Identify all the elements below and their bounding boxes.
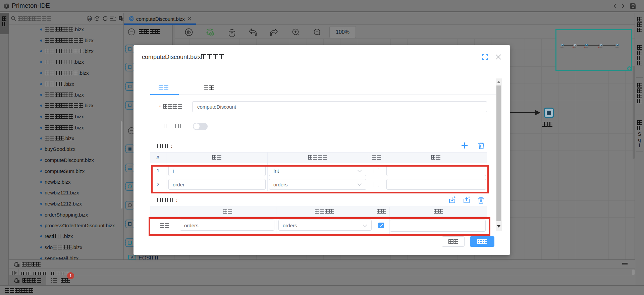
svg-text:文: 文 [121, 18, 124, 21]
svg-text:AI: AI [88, 17, 91, 20]
